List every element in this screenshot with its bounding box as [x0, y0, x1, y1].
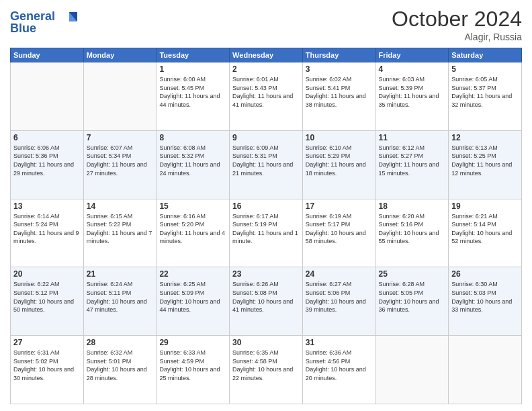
day-info: Sunrise: 6:22 AM Sunset: 5:12 PM Dayligh… [13, 280, 81, 314]
calendar-cell: 19Sunrise: 6:21 AM Sunset: 5:14 PM Dayli… [449, 199, 522, 267]
calendar-cell [375, 336, 449, 404]
day-number: 1 [159, 64, 226, 74]
calendar-cell: 16Sunrise: 6:17 AM Sunset: 5:19 PM Dayli… [230, 199, 303, 267]
day-info: Sunrise: 6:09 AM Sunset: 5:31 PM Dayligh… [232, 144, 300, 177]
col-header-sunday: Sunday [11, 48, 84, 62]
logo-svg: General Blue [10, 7, 81, 37]
day-info: Sunrise: 6:28 AM Sunset: 5:05 PM Dayligh… [379, 280, 446, 314]
day-number: 24 [306, 269, 373, 279]
day-info: Sunrise: 6:17 AM Sunset: 5:19 PM Dayligh… [232, 212, 300, 246]
col-header-friday: Friday [375, 48, 449, 62]
day-number: 4 [379, 64, 446, 74]
calendar-cell: 14Sunrise: 6:15 AM Sunset: 5:22 PM Dayli… [83, 199, 157, 267]
day-info: Sunrise: 6:21 AM Sunset: 5:14 PM Dayligh… [451, 212, 519, 246]
calendar-cell: 15Sunrise: 6:16 AM Sunset: 5:20 PM Dayli… [157, 199, 230, 267]
calendar-cell [11, 62, 84, 131]
calendar-cell: 7Sunrise: 6:07 AM Sunset: 5:34 PM Daylig… [83, 130, 157, 199]
calendar-cell: 22Sunrise: 6:25 AM Sunset: 5:09 PM Dayli… [157, 267, 230, 336]
day-info: Sunrise: 6:00 AM Sunset: 5:45 PM Dayligh… [159, 75, 226, 109]
calendar-cell: 26Sunrise: 6:30 AM Sunset: 5:03 PM Dayli… [449, 267, 522, 336]
day-info: Sunrise: 6:36 AM Sunset: 4:56 PM Dayligh… [306, 349, 373, 382]
day-number: 21 [87, 269, 154, 279]
day-number: 19 [451, 201, 519, 211]
day-number: 15 [159, 201, 226, 211]
calendar-cell: 10Sunrise: 6:10 AM Sunset: 5:29 PM Dayli… [302, 130, 375, 199]
day-number: 18 [379, 201, 446, 211]
calendar-cell: 21Sunrise: 6:24 AM Sunset: 5:11 PM Dayli… [83, 267, 157, 336]
day-info: Sunrise: 6:06 AM Sunset: 5:36 PM Dayligh… [13, 144, 81, 177]
calendar-cell: 3Sunrise: 6:02 AM Sunset: 5:41 PM Daylig… [302, 62, 375, 131]
day-number: 27 [13, 338, 81, 347]
day-number: 25 [379, 269, 446, 279]
calendar-cell: 12Sunrise: 6:13 AM Sunset: 5:25 PM Dayli… [449, 130, 522, 199]
day-info: Sunrise: 6:19 AM Sunset: 5:17 PM Dayligh… [306, 212, 373, 246]
calendar-cell: 1Sunrise: 6:00 AM Sunset: 5:45 PM Daylig… [157, 62, 230, 131]
day-number: 6 [13, 133, 81, 142]
day-info: Sunrise: 6:01 AM Sunset: 5:43 PM Dayligh… [232, 75, 300, 109]
day-info: Sunrise: 6:16 AM Sunset: 5:20 PM Dayligh… [159, 212, 226, 246]
day-number: 12 [451, 133, 519, 142]
subtitle: Alagir, Russia [392, 32, 522, 42]
day-number: 14 [87, 201, 154, 211]
calendar-cell: 31Sunrise: 6:36 AM Sunset: 4:56 PM Dayli… [302, 336, 375, 404]
day-number: 29 [159, 338, 226, 347]
day-info: Sunrise: 6:35 AM Sunset: 4:58 PM Dayligh… [232, 349, 300, 382]
day-info: Sunrise: 6:13 AM Sunset: 5:25 PM Dayligh… [451, 144, 519, 177]
page: General Blue October 2024 Alagir, Russia… [0, 0, 532, 411]
day-number: 3 [306, 64, 373, 74]
calendar-cell: 24Sunrise: 6:27 AM Sunset: 5:06 PM Dayli… [302, 267, 375, 336]
day-info: Sunrise: 6:31 AM Sunset: 5:02 PM Dayligh… [13, 349, 81, 382]
month-title: October 2024 [392, 7, 522, 32]
day-number: 8 [159, 133, 226, 142]
day-number: 13 [13, 201, 81, 211]
calendar-cell: 6Sunrise: 6:06 AM Sunset: 5:36 PM Daylig… [11, 130, 84, 199]
svg-text:General: General [10, 9, 55, 23]
calendar-cell [449, 336, 522, 404]
header: General Blue October 2024 Alagir, Russia [10, 7, 522, 42]
day-info: Sunrise: 6:32 AM Sunset: 5:01 PM Dayligh… [87, 349, 154, 382]
day-info: Sunrise: 6:27 AM Sunset: 5:06 PM Dayligh… [306, 280, 373, 314]
day-info: Sunrise: 6:25 AM Sunset: 5:09 PM Dayligh… [159, 280, 226, 314]
day-info: Sunrise: 6:07 AM Sunset: 5:34 PM Dayligh… [87, 144, 154, 177]
calendar-cell: 4Sunrise: 6:03 AM Sunset: 5:39 PM Daylig… [375, 62, 449, 131]
calendar-cell: 9Sunrise: 6:09 AM Sunset: 5:31 PM Daylig… [230, 130, 303, 199]
calendar-cell: 11Sunrise: 6:12 AM Sunset: 5:27 PM Dayli… [375, 130, 449, 199]
day-number: 5 [451, 64, 519, 74]
calendar-cell: 25Sunrise: 6:28 AM Sunset: 5:05 PM Dayli… [375, 267, 449, 336]
day-number: 20 [13, 269, 81, 279]
calendar-cell: 17Sunrise: 6:19 AM Sunset: 5:17 PM Dayli… [302, 199, 375, 267]
calendar-cell: 29Sunrise: 6:33 AM Sunset: 4:59 PM Dayli… [157, 336, 230, 404]
calendar-cell: 20Sunrise: 6:22 AM Sunset: 5:12 PM Dayli… [11, 267, 84, 336]
day-number: 22 [159, 269, 226, 279]
calendar-table: SundayMondayTuesdayWednesdayThursdayFrid… [10, 48, 522, 404]
calendar-cell: 8Sunrise: 6:08 AM Sunset: 5:32 PM Daylig… [157, 130, 230, 199]
svg-text:Blue: Blue [10, 21, 36, 35]
col-header-saturday: Saturday [449, 48, 522, 62]
calendar-cell: 13Sunrise: 6:14 AM Sunset: 5:24 PM Dayli… [11, 199, 84, 267]
day-info: Sunrise: 6:30 AM Sunset: 5:03 PM Dayligh… [451, 280, 519, 314]
col-header-tuesday: Tuesday [157, 48, 230, 62]
day-info: Sunrise: 6:24 AM Sunset: 5:11 PM Dayligh… [87, 280, 154, 314]
day-info: Sunrise: 6:10 AM Sunset: 5:29 PM Dayligh… [306, 144, 373, 177]
day-info: Sunrise: 6:20 AM Sunset: 5:16 PM Dayligh… [379, 212, 446, 246]
day-number: 10 [306, 133, 373, 142]
day-number: 7 [87, 133, 154, 142]
logo: General Blue [10, 7, 81, 40]
calendar-cell: 28Sunrise: 6:32 AM Sunset: 5:01 PM Dayli… [83, 336, 157, 404]
day-number: 30 [232, 338, 300, 347]
calendar-cell: 18Sunrise: 6:20 AM Sunset: 5:16 PM Dayli… [375, 199, 449, 267]
day-number: 31 [306, 338, 373, 347]
day-info: Sunrise: 6:33 AM Sunset: 4:59 PM Dayligh… [159, 349, 226, 382]
day-info: Sunrise: 6:05 AM Sunset: 5:37 PM Dayligh… [451, 75, 519, 109]
calendar-cell [83, 62, 157, 131]
col-header-wednesday: Wednesday [230, 48, 303, 62]
day-number: 9 [232, 133, 300, 142]
day-number: 28 [87, 338, 154, 347]
col-header-thursday: Thursday [302, 48, 375, 62]
calendar-cell: 2Sunrise: 6:01 AM Sunset: 5:43 PM Daylig… [230, 62, 303, 131]
day-info: Sunrise: 6:02 AM Sunset: 5:41 PM Dayligh… [306, 75, 373, 109]
day-number: 26 [451, 269, 519, 279]
day-info: Sunrise: 6:12 AM Sunset: 5:27 PM Dayligh… [379, 144, 446, 177]
day-info: Sunrise: 6:15 AM Sunset: 5:22 PM Dayligh… [87, 212, 154, 246]
calendar-cell: 5Sunrise: 6:05 AM Sunset: 5:37 PM Daylig… [449, 62, 522, 131]
